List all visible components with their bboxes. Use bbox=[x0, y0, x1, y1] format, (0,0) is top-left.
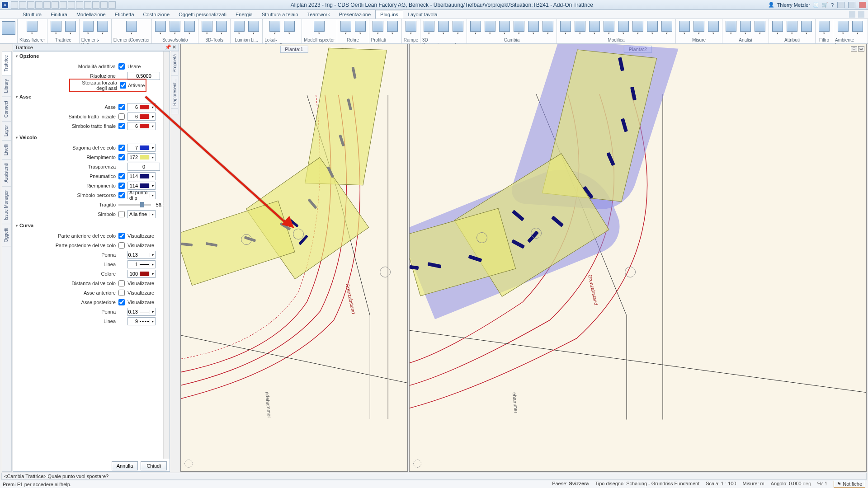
dock-tab[interactable]: Layer bbox=[2, 122, 11, 141]
ribbon-btn[interactable]: ▾ bbox=[183, 20, 196, 36]
menu-tab[interactable]: Layout tavola bbox=[403, 10, 442, 19]
app-logo[interactable]: A bbox=[2, 2, 8, 8]
chk-riemp1[interactable] bbox=[118, 154, 125, 160]
combo-linea2[interactable]: 9▾ bbox=[127, 317, 156, 325]
menu-tab[interactable]: Presentazione bbox=[335, 10, 375, 19]
chk-simperc[interactable] bbox=[118, 192, 125, 198]
qat-btn[interactable] bbox=[27, 1, 34, 9]
ribbon-btn[interactable]: ▾ bbox=[283, 20, 296, 36]
ribbon-btn[interactable]: ▾ bbox=[49, 20, 63, 36]
combo-simperc[interactable]: Al punto di p▾ bbox=[127, 191, 156, 199]
qat-btn[interactable] bbox=[52, 1, 59, 9]
ribbon-btn[interactable]: ▾ bbox=[631, 20, 645, 36]
user-icon[interactable]: 👤 bbox=[768, 2, 774, 8]
ribbon-btn[interactable]: ▾ bbox=[386, 20, 399, 36]
combo-riemp1[interactable]: 172▾ bbox=[127, 153, 156, 161]
qat-btn[interactable] bbox=[35, 1, 42, 9]
menu-tab[interactable]: Finitura bbox=[46, 10, 72, 19]
notifications-button[interactable]: ⚑ Notifiche bbox=[834, 481, 865, 488]
combo-pneu[interactable]: 114▾ bbox=[127, 172, 156, 180]
compass-icon[interactable] bbox=[184, 460, 193, 468]
close-button[interactable] bbox=[859, 2, 866, 8]
ribbon-btn[interactable]: ▾ bbox=[707, 20, 720, 36]
ribbon-btn[interactable]: ▾ bbox=[64, 20, 77, 36]
vp-restore-icon[interactable]: ▭ bbox=[858, 46, 864, 52]
ribbon-btn[interactable]: ▾ bbox=[200, 20, 214, 36]
menu-tab[interactable]: Oggetti personalizzati bbox=[174, 10, 231, 19]
menu-tab[interactable]: Struttura a telaio bbox=[257, 10, 303, 19]
search-icon[interactable] bbox=[858, 11, 864, 18]
ribbon-btn[interactable]: ▾ bbox=[404, 20, 418, 36]
section-opzione[interactable]: Opzione bbox=[13, 52, 170, 60]
chk-asse_ant[interactable] bbox=[118, 290, 125, 296]
viewport-1[interactable]: Pianta:1 Grenzabstand ndehammer bbox=[180, 44, 408, 472]
ribbon-btn[interactable]: ▾ bbox=[617, 20, 630, 36]
ribbon-btn[interactable]: ▾ bbox=[339, 20, 353, 36]
settings-icon[interactable] bbox=[849, 11, 855, 18]
chk-pneu[interactable] bbox=[118, 173, 125, 179]
ribbon-btn[interactable]: ▾ bbox=[168, 20, 182, 36]
ribbon-btn[interactable]: ▾ bbox=[836, 20, 850, 36]
qat-btn[interactable] bbox=[43, 1, 51, 9]
ribbon-btn[interactable]: ▾ bbox=[81, 20, 95, 36]
ribbon-btn[interactable]: ▾ bbox=[541, 20, 555, 36]
chk-rear[interactable] bbox=[118, 242, 125, 249]
ribbon-btn[interactable]: ▾ bbox=[371, 20, 385, 36]
ribbon-btn[interactable]: ▾ bbox=[739, 20, 752, 36]
ribbon-btn[interactable]: ▾ bbox=[154, 20, 167, 36]
ribbon-btn[interactable]: ▾ bbox=[573, 20, 587, 36]
combo-sagoma[interactable]: 7▾ bbox=[127, 144, 156, 152]
chk-sim_f[interactable] bbox=[118, 123, 125, 129]
ribbon-btn[interactable]: ▾ bbox=[437, 20, 450, 36]
chk-riemp2[interactable] bbox=[118, 183, 125, 189]
ribbon-btn[interactable]: ▾ bbox=[851, 20, 864, 36]
command-line[interactable]: <Cambia Trattrice> Quale punto vuoi spos… bbox=[1, 473, 867, 480]
ribbon-btn[interactable]: ▾ bbox=[422, 20, 436, 36]
section-curva[interactable]: Curva bbox=[13, 221, 170, 229]
combo-colore[interactable]: 100▾ bbox=[127, 270, 156, 278]
combo-sim_i[interactable]: 6▾ bbox=[127, 113, 156, 121]
combo-sim_f[interactable]: 6▾ bbox=[127, 122, 156, 130]
dock-tab[interactable]: Trattrice bbox=[2, 52, 11, 75]
ribbon-btn[interactable]: ▾ bbox=[247, 20, 260, 36]
cart-icon[interactable]: 🛒 bbox=[822, 2, 828, 8]
chk-adaptive[interactable] bbox=[118, 63, 125, 70]
menu-tab[interactable]: Modellazione bbox=[72, 10, 110, 19]
menu-tab[interactable]: Struttura bbox=[18, 10, 46, 19]
panel-close-icon[interactable]: ✕ bbox=[171, 45, 177, 50]
ribbon-btn[interactable] bbox=[2, 20, 15, 36]
ribbon-btn[interactable]: ▾ bbox=[527, 20, 540, 36]
ribbon-btn[interactable]: ▾ bbox=[483, 20, 497, 36]
ribbon-btn[interactable]: ▾ bbox=[559, 20, 572, 36]
store-icon[interactable]: 🧾 bbox=[813, 2, 819, 8]
chk-asse_post[interactable] bbox=[118, 299, 125, 305]
viewport-2[interactable]: Pianta:2 □▭ Grenzabstand ehammer bbox=[409, 44, 867, 472]
qat-btn[interactable] bbox=[108, 1, 116, 9]
maximize-button[interactable] bbox=[848, 2, 855, 8]
ribbon-btn[interactable]: ▾ bbox=[724, 20, 738, 36]
ribbon-btn[interactable]: ▾ bbox=[312, 20, 326, 36]
ribbon-btn[interactable]: ▾ bbox=[588, 20, 601, 36]
dock-tab[interactable]: Connect bbox=[2, 97, 11, 122]
ribbon-btn[interactable]: ▾ bbox=[512, 20, 526, 36]
chk-front[interactable] bbox=[118, 233, 125, 239]
menu-tab[interactable]: Etichetta bbox=[110, 10, 139, 19]
ribbon-btn[interactable]: ▾ bbox=[96, 20, 109, 36]
combo-asse[interactable]: 6▾ bbox=[127, 103, 156, 111]
ribbon-btn[interactable]: ▾ bbox=[753, 20, 767, 36]
ribbon-btn[interactable]: ▾ bbox=[646, 20, 659, 36]
slider-tragitto[interactable] bbox=[118, 204, 151, 206]
chk-forced[interactable] bbox=[120, 82, 126, 89]
section-veicolo[interactable]: Veicolo bbox=[13, 133, 170, 141]
combo-simbolo[interactable]: Alla fine▾ bbox=[127, 210, 156, 218]
menu-tab[interactable]: Teamwork bbox=[303, 10, 335, 19]
qat-btn[interactable] bbox=[19, 1, 26, 9]
combo-penna[interactable]: 0.13▾ bbox=[127, 251, 156, 259]
combo-riemp2[interactable]: 114▾ bbox=[127, 182, 156, 190]
qat-btn[interactable] bbox=[84, 1, 91, 9]
qat-btn[interactable] bbox=[11, 1, 18, 9]
ribbon-btn[interactable]: ▾ bbox=[215, 20, 228, 36]
dock-tab[interactable]: Livelli bbox=[2, 141, 11, 160]
qat-btn[interactable] bbox=[100, 1, 108, 9]
qat-btn[interactable] bbox=[68, 1, 75, 9]
